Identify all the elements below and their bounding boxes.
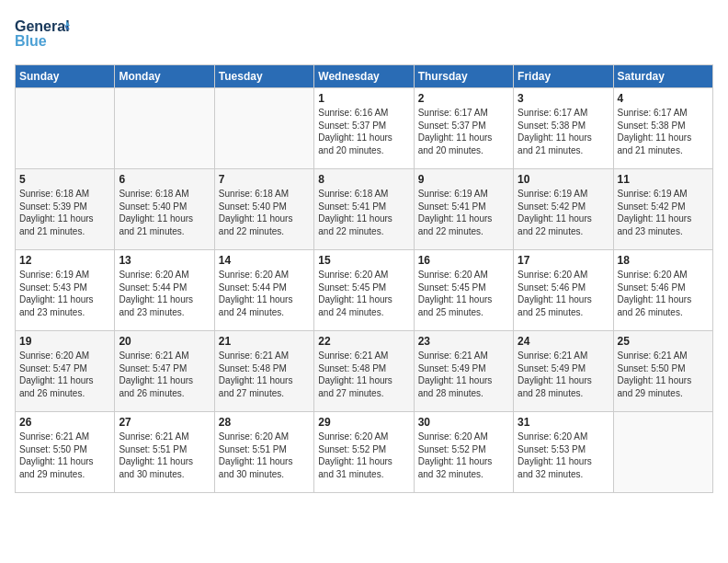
day-info: Sunrise: 6:19 AMSunset: 5:42 PMDaylight:… xyxy=(618,188,709,237)
day-number: 4 xyxy=(618,92,709,105)
calendar-header-row: SundayMondayTuesdayWednesdayThursdayFrid… xyxy=(16,65,713,88)
calendar-cell xyxy=(613,412,712,493)
day-info: Sunrise: 6:20 AMSunset: 5:44 PMDaylight:… xyxy=(119,269,210,318)
svg-text:General: General xyxy=(15,18,70,34)
calendar-cell: 25Sunrise: 6:21 AMSunset: 5:50 PMDayligh… xyxy=(613,331,712,412)
day-number: 29 xyxy=(318,416,409,429)
calendar-cell: 19Sunrise: 6:20 AMSunset: 5:47 PMDayligh… xyxy=(16,331,115,412)
day-info: Sunrise: 6:20 AMSunset: 5:52 PMDaylight:… xyxy=(418,431,509,480)
day-number: 11 xyxy=(618,173,709,186)
day-info: Sunrise: 6:20 AMSunset: 5:53 PMDaylight:… xyxy=(518,431,609,480)
day-number: 16 xyxy=(418,254,509,267)
logo-svg: General Blue xyxy=(15,15,70,55)
day-info: Sunrise: 6:21 AMSunset: 5:49 PMDaylight:… xyxy=(418,350,509,399)
day-info: Sunrise: 6:18 AMSunset: 5:40 PMDaylight:… xyxy=(119,188,210,237)
day-number: 5 xyxy=(19,173,110,186)
day-number: 10 xyxy=(518,173,609,186)
calendar-week-4: 19Sunrise: 6:20 AMSunset: 5:47 PMDayligh… xyxy=(16,331,713,412)
calendar-cell: 17Sunrise: 6:20 AMSunset: 5:46 PMDayligh… xyxy=(514,250,613,331)
day-number: 20 xyxy=(119,335,210,348)
calendar-cell: 4Sunrise: 6:17 AMSunset: 5:38 PMDaylight… xyxy=(613,88,712,169)
calendar-cell: 5Sunrise: 6:18 AMSunset: 5:39 PMDaylight… xyxy=(16,169,115,250)
day-info: Sunrise: 6:19 AMSunset: 5:42 PMDaylight:… xyxy=(518,188,609,237)
calendar-cell: 31Sunrise: 6:20 AMSunset: 5:53 PMDayligh… xyxy=(514,412,613,493)
calendar-cell: 26Sunrise: 6:21 AMSunset: 5:50 PMDayligh… xyxy=(16,412,115,493)
calendar-header-tuesday: Tuesday xyxy=(214,65,313,88)
day-info: Sunrise: 6:21 AMSunset: 5:47 PMDaylight:… xyxy=(119,350,210,399)
calendar-cell: 1Sunrise: 6:16 AMSunset: 5:37 PMDaylight… xyxy=(314,88,414,169)
calendar-cell: 22Sunrise: 6:21 AMSunset: 5:48 PMDayligh… xyxy=(314,331,414,412)
day-info: Sunrise: 6:18 AMSunset: 5:40 PMDaylight:… xyxy=(219,188,310,237)
calendar-cell: 21Sunrise: 6:21 AMSunset: 5:48 PMDayligh… xyxy=(214,331,313,412)
day-info: Sunrise: 6:21 AMSunset: 5:51 PMDaylight:… xyxy=(119,431,210,480)
calendar-cell: 29Sunrise: 6:20 AMSunset: 5:52 PMDayligh… xyxy=(314,412,414,493)
calendar-cell: 18Sunrise: 6:20 AMSunset: 5:46 PMDayligh… xyxy=(613,250,712,331)
calendar-header-sunday: Sunday xyxy=(16,65,115,88)
calendar-body: 1Sunrise: 6:16 AMSunset: 5:37 PMDaylight… xyxy=(16,88,713,493)
logo: General Blue xyxy=(15,15,70,55)
day-info: Sunrise: 6:19 AMSunset: 5:43 PMDaylight:… xyxy=(19,269,110,318)
day-info: Sunrise: 6:21 AMSunset: 5:50 PMDaylight:… xyxy=(618,350,709,399)
day-number: 8 xyxy=(318,173,409,186)
calendar-table: SundayMondayTuesdayWednesdayThursdayFrid… xyxy=(15,64,713,493)
day-number: 3 xyxy=(518,92,609,105)
calendar-cell: 28Sunrise: 6:20 AMSunset: 5:51 PMDayligh… xyxy=(214,412,313,493)
day-number: 17 xyxy=(518,254,609,267)
day-info: Sunrise: 6:17 AMSunset: 5:37 PMDaylight:… xyxy=(418,107,509,156)
day-info: Sunrise: 6:18 AMSunset: 5:41 PMDaylight:… xyxy=(318,188,409,237)
calendar-cell: 12Sunrise: 6:19 AMSunset: 5:43 PMDayligh… xyxy=(16,250,115,331)
calendar-cell xyxy=(16,88,115,169)
calendar-cell: 3Sunrise: 6:17 AMSunset: 5:38 PMDaylight… xyxy=(514,88,613,169)
calendar-header-monday: Monday xyxy=(115,65,214,88)
day-info: Sunrise: 6:21 AMSunset: 5:48 PMDaylight:… xyxy=(318,350,409,399)
day-info: Sunrise: 6:18 AMSunset: 5:39 PMDaylight:… xyxy=(19,188,110,237)
calendar-cell: 2Sunrise: 6:17 AMSunset: 5:37 PMDaylight… xyxy=(414,88,513,169)
calendar-cell: 8Sunrise: 6:18 AMSunset: 5:41 PMDaylight… xyxy=(314,169,414,250)
calendar-cell: 16Sunrise: 6:20 AMSunset: 5:45 PMDayligh… xyxy=(414,250,513,331)
day-number: 21 xyxy=(219,335,310,348)
day-info: Sunrise: 6:20 AMSunset: 5:52 PMDaylight:… xyxy=(318,431,409,480)
day-info: Sunrise: 6:17 AMSunset: 5:38 PMDaylight:… xyxy=(618,107,709,156)
day-number: 25 xyxy=(618,335,709,348)
calendar-week-2: 5Sunrise: 6:18 AMSunset: 5:39 PMDaylight… xyxy=(16,169,713,250)
day-number: 15 xyxy=(318,254,409,267)
day-info: Sunrise: 6:21 AMSunset: 5:48 PMDaylight:… xyxy=(219,350,310,399)
day-number: 19 xyxy=(19,335,110,348)
calendar-week-3: 12Sunrise: 6:19 AMSunset: 5:43 PMDayligh… xyxy=(16,250,713,331)
day-info: Sunrise: 6:17 AMSunset: 5:38 PMDaylight:… xyxy=(518,107,609,156)
calendar-cell: 13Sunrise: 6:20 AMSunset: 5:44 PMDayligh… xyxy=(115,250,214,331)
day-info: Sunrise: 6:21 AMSunset: 5:50 PMDaylight:… xyxy=(19,431,110,480)
day-number: 23 xyxy=(418,335,509,348)
calendar-cell: 7Sunrise: 6:18 AMSunset: 5:40 PMDaylight… xyxy=(214,169,313,250)
day-number: 27 xyxy=(119,416,210,429)
calendar-header-thursday: Thursday xyxy=(414,65,513,88)
day-number: 28 xyxy=(219,416,310,429)
svg-text:Blue: Blue xyxy=(15,33,47,49)
calendar-cell xyxy=(214,88,313,169)
calendar-cell: 20Sunrise: 6:21 AMSunset: 5:47 PMDayligh… xyxy=(115,331,214,412)
day-info: Sunrise: 6:21 AMSunset: 5:49 PMDaylight:… xyxy=(518,350,609,399)
calendar-cell: 30Sunrise: 6:20 AMSunset: 5:52 PMDayligh… xyxy=(414,412,513,493)
day-info: Sunrise: 6:20 AMSunset: 5:45 PMDaylight:… xyxy=(418,269,509,318)
calendar-cell xyxy=(115,88,214,169)
page-header: General Blue xyxy=(15,15,713,55)
day-number: 7 xyxy=(219,173,310,186)
calendar-week-1: 1Sunrise: 6:16 AMSunset: 5:37 PMDaylight… xyxy=(16,88,713,169)
day-info: Sunrise: 6:20 AMSunset: 5:44 PMDaylight:… xyxy=(219,269,310,318)
calendar-header-friday: Friday xyxy=(514,65,613,88)
calendar-cell: 10Sunrise: 6:19 AMSunset: 5:42 PMDayligh… xyxy=(514,169,613,250)
day-number: 12 xyxy=(19,254,110,267)
day-number: 6 xyxy=(119,173,210,186)
calendar-header-wednesday: Wednesday xyxy=(314,65,414,88)
day-number: 18 xyxy=(618,254,709,267)
calendar-cell: 6Sunrise: 6:18 AMSunset: 5:40 PMDaylight… xyxy=(115,169,214,250)
day-number: 14 xyxy=(219,254,310,267)
day-number: 2 xyxy=(418,92,509,105)
day-number: 26 xyxy=(19,416,110,429)
calendar-cell: 15Sunrise: 6:20 AMSunset: 5:45 PMDayligh… xyxy=(314,250,414,331)
calendar-cell: 9Sunrise: 6:19 AMSunset: 5:41 PMDaylight… xyxy=(414,169,513,250)
day-info: Sunrise: 6:20 AMSunset: 5:45 PMDaylight:… xyxy=(318,269,409,318)
calendar-week-5: 26Sunrise: 6:21 AMSunset: 5:50 PMDayligh… xyxy=(16,412,713,493)
day-info: Sunrise: 6:19 AMSunset: 5:41 PMDaylight:… xyxy=(418,188,509,237)
calendar-cell: 14Sunrise: 6:20 AMSunset: 5:44 PMDayligh… xyxy=(214,250,313,331)
